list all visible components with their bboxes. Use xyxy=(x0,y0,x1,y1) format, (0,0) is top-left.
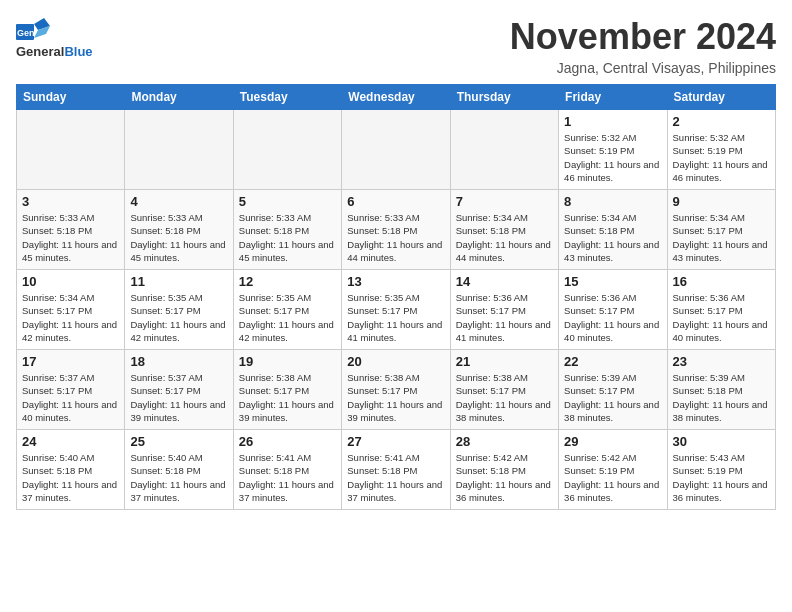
day-info: Sunrise: 5:41 AMSunset: 5:18 PMDaylight:… xyxy=(347,451,444,504)
calendar-cell: 13Sunrise: 5:35 AMSunset: 5:17 PMDayligh… xyxy=(342,270,450,350)
calendar-cell: 5Sunrise: 5:33 AMSunset: 5:18 PMDaylight… xyxy=(233,190,341,270)
day-info: Sunrise: 5:40 AMSunset: 5:18 PMDaylight:… xyxy=(130,451,227,504)
calendar-cell: 18Sunrise: 5:37 AMSunset: 5:17 PMDayligh… xyxy=(125,350,233,430)
calendar-cell: 29Sunrise: 5:42 AMSunset: 5:19 PMDayligh… xyxy=(559,430,667,510)
logo: General GeneralBlue xyxy=(16,16,93,59)
day-info: Sunrise: 5:39 AMSunset: 5:18 PMDaylight:… xyxy=(673,371,770,424)
day-number: 25 xyxy=(130,434,227,449)
week-row-5: 24Sunrise: 5:40 AMSunset: 5:18 PMDayligh… xyxy=(17,430,776,510)
calendar-cell xyxy=(17,110,125,190)
calendar-cell: 23Sunrise: 5:39 AMSunset: 5:18 PMDayligh… xyxy=(667,350,775,430)
day-number: 5 xyxy=(239,194,336,209)
day-number: 21 xyxy=(456,354,553,369)
week-row-3: 10Sunrise: 5:34 AMSunset: 5:17 PMDayligh… xyxy=(17,270,776,350)
calendar-cell: 9Sunrise: 5:34 AMSunset: 5:17 PMDaylight… xyxy=(667,190,775,270)
calendar-cell: 12Sunrise: 5:35 AMSunset: 5:17 PMDayligh… xyxy=(233,270,341,350)
weekday-header-sunday: Sunday xyxy=(17,85,125,110)
calendar-cell: 2Sunrise: 5:32 AMSunset: 5:19 PMDaylight… xyxy=(667,110,775,190)
weekday-header-friday: Friday xyxy=(559,85,667,110)
day-number: 13 xyxy=(347,274,444,289)
calendar-cell xyxy=(342,110,450,190)
weekday-header-saturday: Saturday xyxy=(667,85,775,110)
day-number: 2 xyxy=(673,114,770,129)
day-info: Sunrise: 5:42 AMSunset: 5:18 PMDaylight:… xyxy=(456,451,553,504)
day-info: Sunrise: 5:34 AMSunset: 5:18 PMDaylight:… xyxy=(456,211,553,264)
day-info: Sunrise: 5:42 AMSunset: 5:19 PMDaylight:… xyxy=(564,451,661,504)
calendar-cell: 1Sunrise: 5:32 AMSunset: 5:19 PMDaylight… xyxy=(559,110,667,190)
calendar-cell: 14Sunrise: 5:36 AMSunset: 5:17 PMDayligh… xyxy=(450,270,558,350)
day-info: Sunrise: 5:41 AMSunset: 5:18 PMDaylight:… xyxy=(239,451,336,504)
weekday-header-monday: Monday xyxy=(125,85,233,110)
day-number: 19 xyxy=(239,354,336,369)
day-info: Sunrise: 5:39 AMSunset: 5:17 PMDaylight:… xyxy=(564,371,661,424)
logo-icon: General xyxy=(16,16,50,42)
calendar-cell: 17Sunrise: 5:37 AMSunset: 5:17 PMDayligh… xyxy=(17,350,125,430)
logo-blue: Blue xyxy=(64,44,92,59)
day-info: Sunrise: 5:37 AMSunset: 5:17 PMDaylight:… xyxy=(22,371,119,424)
day-info: Sunrise: 5:33 AMSunset: 5:18 PMDaylight:… xyxy=(239,211,336,264)
day-number: 17 xyxy=(22,354,119,369)
calendar-cell: 3Sunrise: 5:33 AMSunset: 5:18 PMDaylight… xyxy=(17,190,125,270)
calendar-cell: 20Sunrise: 5:38 AMSunset: 5:17 PMDayligh… xyxy=(342,350,450,430)
day-number: 29 xyxy=(564,434,661,449)
weekday-header-row: SundayMondayTuesdayWednesdayThursdayFrid… xyxy=(17,85,776,110)
day-number: 18 xyxy=(130,354,227,369)
calendar-cell: 8Sunrise: 5:34 AMSunset: 5:18 PMDaylight… xyxy=(559,190,667,270)
day-number: 10 xyxy=(22,274,119,289)
weekday-header-wednesday: Wednesday xyxy=(342,85,450,110)
day-number: 24 xyxy=(22,434,119,449)
calendar-cell xyxy=(450,110,558,190)
calendar-cell: 26Sunrise: 5:41 AMSunset: 5:18 PMDayligh… xyxy=(233,430,341,510)
logo-general: General xyxy=(16,44,64,59)
day-info: Sunrise: 5:36 AMSunset: 5:17 PMDaylight:… xyxy=(456,291,553,344)
calendar-cell: 25Sunrise: 5:40 AMSunset: 5:18 PMDayligh… xyxy=(125,430,233,510)
day-info: Sunrise: 5:40 AMSunset: 5:18 PMDaylight:… xyxy=(22,451,119,504)
day-number: 30 xyxy=(673,434,770,449)
day-number: 22 xyxy=(564,354,661,369)
location-subtitle: Jagna, Central Visayas, Philippines xyxy=(510,60,776,76)
calendar-cell: 19Sunrise: 5:38 AMSunset: 5:17 PMDayligh… xyxy=(233,350,341,430)
day-info: Sunrise: 5:38 AMSunset: 5:17 PMDaylight:… xyxy=(456,371,553,424)
day-number: 8 xyxy=(564,194,661,209)
day-number: 11 xyxy=(130,274,227,289)
week-row-1: 1Sunrise: 5:32 AMSunset: 5:19 PMDaylight… xyxy=(17,110,776,190)
day-number: 1 xyxy=(564,114,661,129)
day-info: Sunrise: 5:36 AMSunset: 5:17 PMDaylight:… xyxy=(564,291,661,344)
weekday-header-tuesday: Tuesday xyxy=(233,85,341,110)
day-number: 20 xyxy=(347,354,444,369)
day-number: 3 xyxy=(22,194,119,209)
week-row-2: 3Sunrise: 5:33 AMSunset: 5:18 PMDaylight… xyxy=(17,190,776,270)
day-number: 26 xyxy=(239,434,336,449)
day-number: 12 xyxy=(239,274,336,289)
month-title: November 2024 xyxy=(510,16,776,58)
calendar-cell: 16Sunrise: 5:36 AMSunset: 5:17 PMDayligh… xyxy=(667,270,775,350)
day-number: 14 xyxy=(456,274,553,289)
weekday-header-thursday: Thursday xyxy=(450,85,558,110)
day-info: Sunrise: 5:35 AMSunset: 5:17 PMDaylight:… xyxy=(239,291,336,344)
day-number: 4 xyxy=(130,194,227,209)
day-number: 27 xyxy=(347,434,444,449)
calendar-cell: 6Sunrise: 5:33 AMSunset: 5:18 PMDaylight… xyxy=(342,190,450,270)
calendar-cell xyxy=(233,110,341,190)
page-header: General GeneralBlue November 2024 Jagna,… xyxy=(16,16,776,76)
calendar-cell: 11Sunrise: 5:35 AMSunset: 5:17 PMDayligh… xyxy=(125,270,233,350)
calendar-table: SundayMondayTuesdayWednesdayThursdayFrid… xyxy=(16,84,776,510)
day-number: 9 xyxy=(673,194,770,209)
day-info: Sunrise: 5:33 AMSunset: 5:18 PMDaylight:… xyxy=(22,211,119,264)
day-number: 7 xyxy=(456,194,553,209)
day-number: 15 xyxy=(564,274,661,289)
calendar-cell: 24Sunrise: 5:40 AMSunset: 5:18 PMDayligh… xyxy=(17,430,125,510)
day-info: Sunrise: 5:37 AMSunset: 5:17 PMDaylight:… xyxy=(130,371,227,424)
calendar-cell: 15Sunrise: 5:36 AMSunset: 5:17 PMDayligh… xyxy=(559,270,667,350)
day-number: 28 xyxy=(456,434,553,449)
day-number: 6 xyxy=(347,194,444,209)
calendar-cell: 10Sunrise: 5:34 AMSunset: 5:17 PMDayligh… xyxy=(17,270,125,350)
calendar-cell: 30Sunrise: 5:43 AMSunset: 5:19 PMDayligh… xyxy=(667,430,775,510)
day-info: Sunrise: 5:36 AMSunset: 5:17 PMDaylight:… xyxy=(673,291,770,344)
title-block: November 2024 Jagna, Central Visayas, Ph… xyxy=(510,16,776,76)
day-info: Sunrise: 5:33 AMSunset: 5:18 PMDaylight:… xyxy=(130,211,227,264)
day-info: Sunrise: 5:33 AMSunset: 5:18 PMDaylight:… xyxy=(347,211,444,264)
calendar-cell: 4Sunrise: 5:33 AMSunset: 5:18 PMDaylight… xyxy=(125,190,233,270)
day-info: Sunrise: 5:32 AMSunset: 5:19 PMDaylight:… xyxy=(564,131,661,184)
day-number: 16 xyxy=(673,274,770,289)
